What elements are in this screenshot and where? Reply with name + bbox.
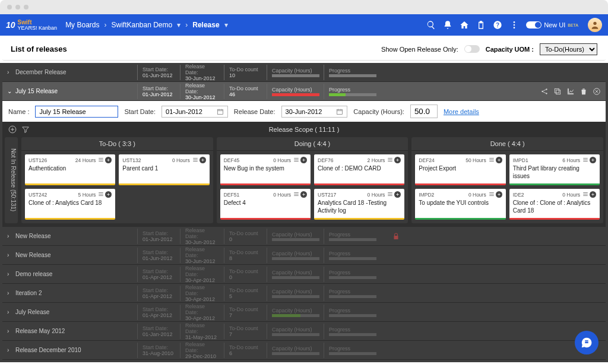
new-ui-toggle[interactable]: New UIBETA xyxy=(526,21,578,29)
bell-icon[interactable] xyxy=(443,20,452,30)
stat-release: Release Date:30-Apr-2012 xyxy=(180,286,224,301)
menu-icon[interactable] xyxy=(489,191,495,197)
more-vertical-icon[interactable] xyxy=(509,20,519,30)
card-hours: 0 Hours xyxy=(172,157,190,163)
help-icon[interactable] xyxy=(493,20,502,30)
kanban-card[interactable]: DEF24 50 Hours Project Export xyxy=(415,154,505,185)
add-icon[interactable] xyxy=(8,125,17,134)
kanban-card[interactable]: IMPD1 6 Hours Third Part library creatin… xyxy=(509,154,600,185)
capacity-input[interactable] xyxy=(410,105,438,118)
stat-progress: Progress xyxy=(324,343,381,358)
release-row[interactable]: › Demo release Start Date:01-Apr-2012 Re… xyxy=(2,265,606,284)
menu-icon[interactable] xyxy=(98,191,104,197)
clipboard-icon[interactable] xyxy=(476,20,486,30)
plus-circle-icon[interactable] xyxy=(496,157,502,163)
menu-icon[interactable] xyxy=(582,191,588,197)
kanban-card[interactable]: UST242 5 Hours Clone of : Analytics Card… xyxy=(25,189,115,220)
release-row[interactable]: › Release May 2012 Start Date:01-Jan-201… xyxy=(2,322,606,341)
kanban-card[interactable]: DEF51 0 Hours Defect 4 xyxy=(220,189,311,220)
stat-capacity: Capacity (Hours) xyxy=(267,229,324,244)
card-id: IMPD2 xyxy=(419,192,434,198)
release-name-input[interactable] xyxy=(35,106,118,118)
release-row[interactable]: › July Release Start Date:01-Apr-2012 Re… xyxy=(2,303,606,322)
card-id: DEF51 xyxy=(224,192,239,198)
calendar-icon xyxy=(336,108,343,115)
menu-icon[interactable] xyxy=(98,157,104,163)
chevron-down-icon[interactable]: ⌄ xyxy=(7,88,15,94)
release-row[interactable]: › December Release Start Date:01-Jun-201… xyxy=(2,63,606,82)
plus-circle-icon[interactable] xyxy=(394,157,401,163)
release-row[interactable]: › Release December 2010 Start Date:31-Au… xyxy=(2,341,606,360)
menu-icon[interactable] xyxy=(387,191,393,197)
plus-circle-icon[interactable] xyxy=(590,191,596,198)
plus-circle-icon[interactable] xyxy=(590,157,596,163)
breadcrumb-project[interactable]: SwiftKanban Demo xyxy=(111,21,172,29)
chevron-right-icon[interactable]: › xyxy=(7,328,15,334)
capacity-uom-select[interactable]: To-Do(Hours) xyxy=(540,43,597,55)
card-hours: 0 Hours xyxy=(368,192,385,198)
chevron-right-icon[interactable]: › xyxy=(7,233,15,239)
chevron-right-icon[interactable]: › xyxy=(7,69,15,75)
column-header: Doing ( 4:4 ) xyxy=(217,137,408,151)
chart-icon[interactable] xyxy=(566,87,575,96)
home-icon[interactable] xyxy=(460,20,469,30)
column-header: Done ( 4:4 ) xyxy=(411,137,603,151)
plus-circle-icon[interactable] xyxy=(200,157,206,163)
plus-circle-icon[interactable] xyxy=(496,191,502,198)
plus-circle-icon[interactable] xyxy=(394,191,401,198)
more-details-link[interactable]: More details xyxy=(444,108,479,115)
plus-circle-icon[interactable] xyxy=(300,157,307,163)
chevron-right-icon[interactable]: › xyxy=(7,252,15,258)
filter-icon[interactable] xyxy=(21,125,30,134)
kanban-card[interactable]: IMPD2 0 Hours To update the YUI controls xyxy=(415,189,505,220)
stat-todo: To-Do count5 xyxy=(224,286,267,301)
menu-icon[interactable] xyxy=(293,191,299,197)
menu-icon[interactable] xyxy=(387,157,393,163)
chevron-right-icon[interactable]: › xyxy=(7,290,15,296)
kanban-card[interactable]: DEF76 2 Hours Clone of : DEMO CARD xyxy=(314,154,404,185)
menu-icon[interactable] xyxy=(582,157,588,163)
chevron-right-icon[interactable]: › xyxy=(7,271,15,277)
plus-circle-icon[interactable] xyxy=(105,191,112,198)
logo[interactable]: 10 Swift YEARS! Kanban xyxy=(6,20,57,31)
start-date-picker[interactable]: 01-Jun-2012 xyxy=(162,106,228,118)
kanban-card[interactable]: UST217 0 Hours Analytics Card 18 -Testin… xyxy=(314,189,404,220)
trash-icon[interactable] xyxy=(580,87,588,96)
menu-icon[interactable] xyxy=(192,157,198,163)
breadcrumb-section[interactable]: Release xyxy=(192,21,219,29)
calendar-icon xyxy=(217,108,224,115)
menu-icon[interactable] xyxy=(489,157,495,163)
chat-fab[interactable] xyxy=(575,331,598,354)
copy-icon[interactable] xyxy=(553,87,562,96)
plus-circle-icon[interactable] xyxy=(300,191,307,198)
share-icon[interactable] xyxy=(540,87,549,96)
show-open-toggle[interactable] xyxy=(464,45,480,53)
kanban-card[interactable]: UST132 0 Hours Parent card 1 xyxy=(119,154,209,185)
kanban-card[interactable]: IDE2 0 Hours Clone of : Clone of : Analy… xyxy=(509,189,600,220)
search-icon[interactable] xyxy=(426,20,436,30)
chevron-right-icon[interactable]: › xyxy=(7,309,15,315)
release-row[interactable]: › Iteration 2 Start Date:01-Apr-2012 Rel… xyxy=(2,284,606,303)
caret-down-icon[interactable]: ▾ xyxy=(224,21,228,29)
user-avatar[interactable] xyxy=(588,18,602,32)
lock-icon xyxy=(392,233,400,240)
kanban-card[interactable]: UST126 24 Hours Authentication xyxy=(25,154,115,185)
release-row[interactable]: › New Release Start Date:01-Jun-2012 Rel… xyxy=(2,246,606,265)
breadcrumb: My Boards › SwiftKanban Demo ▾ › Release… xyxy=(65,21,227,29)
plus-circle-icon[interactable] xyxy=(105,157,112,163)
kanban-card[interactable]: DEF45 0 Hours New Bug in the system xyxy=(220,154,311,185)
release-date-picker[interactable]: 30-Jun-2012 xyxy=(281,106,348,118)
release-row[interactable]: › New Release Start Date:01-Jun-2012 Rel… xyxy=(2,227,606,246)
menu-icon[interactable] xyxy=(293,157,299,163)
stat-progress: Progress xyxy=(324,229,381,244)
column-done: Done ( 4:4 ) DEF24 50 Hours Project Expo… xyxy=(411,137,603,223)
toggle-pill[interactable] xyxy=(526,21,542,29)
breadcrumb-my-boards[interactable]: My Boards xyxy=(65,21,99,29)
not-in-release-collapsed[interactable]: Not In Release (50:131) xyxy=(5,137,18,223)
card-id: UST132 xyxy=(122,157,141,163)
close-circle-icon[interactable] xyxy=(593,87,601,96)
release-row[interactable]: ⌄ July 15 Release Start Date:01-Jun-2012… xyxy=(2,82,606,101)
page-header: List of releases Show Open Release Only:… xyxy=(2,38,606,61)
chevron-right-icon[interactable]: › xyxy=(7,347,15,353)
caret-down-icon[interactable]: ▾ xyxy=(177,21,180,29)
